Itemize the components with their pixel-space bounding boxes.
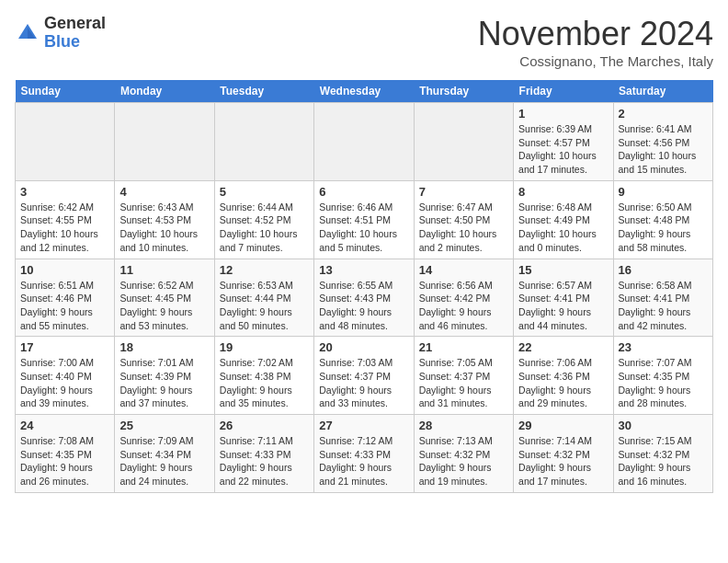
calendar-day-cell [414, 103, 513, 181]
day-info: Sunrise: 6:57 AMSunset: 4:41 PMDaylight:… [518, 279, 608, 333]
day-number: 14 [419, 263, 508, 277]
calendar-day-cell: 25Sunrise: 7:09 AMSunset: 4:34 PMDayligh… [115, 415, 214, 493]
day-number: 27 [319, 419, 408, 432]
day-number: 13 [319, 263, 408, 277]
day-number: 30 [619, 419, 708, 432]
weekday-header-row: SundayMondayTuesdayWednesdayThursdayFrid… [16, 80, 713, 103]
day-number: 16 [619, 263, 708, 277]
calendar-day-cell: 28Sunrise: 7:13 AMSunset: 4:32 PMDayligh… [414, 415, 513, 493]
day-number: 3 [20, 185, 109, 199]
day-number: 8 [518, 185, 608, 199]
day-info: Sunrise: 6:41 AMSunset: 4:56 PMDaylight:… [619, 122, 708, 177]
day-number: 21 [419, 340, 508, 354]
day-number: 15 [518, 263, 608, 277]
day-info: Sunrise: 6:51 AMSunset: 4:46 PMDaylight:… [20, 279, 109, 333]
calendar-day-cell: 24Sunrise: 7:08 AMSunset: 4:35 PMDayligh… [16, 415, 115, 493]
day-number: 23 [619, 340, 708, 354]
day-number: 20 [319, 340, 408, 354]
day-number: 7 [419, 185, 508, 199]
calendar-day-cell [314, 103, 414, 181]
calendar-day-cell: 16Sunrise: 6:58 AMSunset: 4:41 PMDayligh… [613, 259, 712, 337]
day-info: Sunrise: 7:06 AMSunset: 4:36 PMDaylight:… [518, 356, 608, 410]
weekday-header-cell: Sunday [16, 80, 115, 103]
day-number: 10 [20, 263, 109, 277]
day-info: Sunrise: 6:44 AMSunset: 4:52 PMDaylight:… [220, 201, 309, 255]
calendar-day-cell: 19Sunrise: 7:02 AMSunset: 4:38 PMDayligh… [214, 337, 313, 415]
weekday-header-cell: Friday [514, 80, 613, 103]
calendar-day-cell: 6Sunrise: 6:46 AMSunset: 4:51 PMDaylight… [314, 180, 414, 259]
calendar-day-cell: 14Sunrise: 6:56 AMSunset: 4:42 PMDayligh… [414, 259, 513, 337]
calendar-day-cell: 2Sunrise: 6:41 AMSunset: 4:56 PMDaylight… [613, 103, 712, 181]
day-info: Sunrise: 7:09 AMSunset: 4:34 PMDaylight:… [119, 434, 209, 488]
weekday-header-cell: Wednesday [314, 80, 414, 103]
calendar-week-row: 17Sunrise: 7:00 AMSunset: 4:40 PMDayligh… [16, 337, 713, 415]
day-info: Sunrise: 6:42 AMSunset: 4:55 PMDaylight:… [20, 201, 109, 255]
day-info: Sunrise: 7:02 AMSunset: 4:38 PMDaylight:… [220, 356, 309, 410]
logo-icon [15, 20, 40, 46]
calendar-day-cell: 1Sunrise: 6:39 AMSunset: 4:57 PMDaylight… [514, 103, 613, 181]
day-number: 9 [619, 185, 708, 199]
calendar-week-row: 3Sunrise: 6:42 AMSunset: 4:55 PMDaylight… [16, 180, 713, 259]
day-info: Sunrise: 6:39 AMSunset: 4:57 PMDaylight:… [518, 122, 608, 177]
calendar-day-cell: 15Sunrise: 6:57 AMSunset: 4:41 PMDayligh… [514, 259, 613, 337]
calendar-day-cell: 7Sunrise: 6:47 AMSunset: 4:50 PMDaylight… [414, 180, 513, 259]
calendar-day-cell: 29Sunrise: 7:14 AMSunset: 4:32 PMDayligh… [514, 415, 613, 493]
day-number: 28 [419, 419, 508, 432]
day-number: 18 [119, 340, 209, 354]
calendar-week-row: 1Sunrise: 6:39 AMSunset: 4:57 PMDaylight… [16, 103, 713, 181]
day-info: Sunrise: 7:13 AMSunset: 4:32 PMDaylight:… [419, 434, 508, 488]
day-info: Sunrise: 6:48 AMSunset: 4:49 PMDaylight:… [518, 201, 608, 255]
calendar-day-cell: 30Sunrise: 7:15 AMSunset: 4:32 PMDayligh… [613, 415, 712, 493]
calendar-day-cell: 9Sunrise: 6:50 AMSunset: 4:48 PMDaylight… [613, 180, 712, 259]
calendar-day-cell: 10Sunrise: 6:51 AMSunset: 4:46 PMDayligh… [16, 259, 115, 337]
day-number: 26 [220, 419, 309, 432]
day-info: Sunrise: 7:12 AMSunset: 4:33 PMDaylight:… [319, 434, 408, 488]
calendar-day-cell [214, 103, 313, 181]
day-number: 6 [319, 185, 408, 199]
day-info: Sunrise: 7:15 AMSunset: 4:32 PMDaylight:… [619, 434, 708, 488]
day-number: 29 [518, 419, 608, 432]
day-number: 17 [20, 340, 109, 354]
day-info: Sunrise: 7:08 AMSunset: 4:35 PMDaylight:… [20, 434, 109, 488]
day-number: 22 [518, 340, 608, 354]
calendar-day-cell: 27Sunrise: 7:12 AMSunset: 4:33 PMDayligh… [314, 415, 414, 493]
calendar-day-cell: 20Sunrise: 7:03 AMSunset: 4:37 PMDayligh… [314, 337, 414, 415]
calendar-week-row: 24Sunrise: 7:08 AMSunset: 4:35 PMDayligh… [16, 415, 713, 493]
weekday-header-cell: Monday [115, 80, 214, 103]
calendar-day-cell [115, 103, 214, 181]
day-info: Sunrise: 6:53 AMSunset: 4:44 PMDaylight:… [220, 279, 309, 333]
day-info: Sunrise: 6:43 AMSunset: 4:53 PMDaylight:… [119, 201, 209, 255]
day-info: Sunrise: 7:03 AMSunset: 4:37 PMDaylight:… [319, 356, 408, 410]
calendar-day-cell: 8Sunrise: 6:48 AMSunset: 4:49 PMDaylight… [514, 180, 613, 259]
day-info: Sunrise: 7:14 AMSunset: 4:32 PMDaylight:… [518, 434, 608, 488]
calendar-day-cell: 13Sunrise: 6:55 AMSunset: 4:43 PMDayligh… [314, 259, 414, 337]
day-info: Sunrise: 7:07 AMSunset: 4:35 PMDaylight:… [619, 356, 708, 410]
calendar-day-cell [16, 103, 115, 181]
day-info: Sunrise: 6:58 AMSunset: 4:41 PMDaylight:… [619, 279, 708, 333]
logo: General Blue [15, 15, 106, 52]
calendar-body: 1Sunrise: 6:39 AMSunset: 4:57 PMDaylight… [16, 103, 713, 493]
day-number: 1 [518, 107, 608, 121]
weekday-header-cell: Tuesday [214, 80, 313, 103]
day-number: 4 [119, 185, 209, 199]
weekday-header-cell: Thursday [414, 80, 513, 103]
day-info: Sunrise: 6:46 AMSunset: 4:51 PMDaylight:… [319, 201, 408, 255]
logo-blue-text: Blue [44, 32, 80, 51]
title-block: November 2024 Cossignano, The Marches, I… [478, 15, 713, 69]
day-info: Sunrise: 6:47 AMSunset: 4:50 PMDaylight:… [419, 201, 508, 255]
calendar-day-cell: 18Sunrise: 7:01 AMSunset: 4:39 PMDayligh… [115, 337, 214, 415]
page-header: General Blue November 2024 Cossignano, T… [15, 15, 713, 69]
day-number: 11 [119, 263, 209, 277]
day-number: 25 [119, 419, 209, 432]
calendar-day-cell: 22Sunrise: 7:06 AMSunset: 4:36 PMDayligh… [514, 337, 613, 415]
calendar-day-cell: 12Sunrise: 6:53 AMSunset: 4:44 PMDayligh… [214, 259, 313, 337]
location-subtitle: Cossignano, The Marches, Italy [478, 53, 713, 69]
calendar-day-cell: 26Sunrise: 7:11 AMSunset: 4:33 PMDayligh… [214, 415, 313, 493]
day-number: 2 [619, 107, 708, 121]
day-number: 12 [220, 263, 309, 277]
day-info: Sunrise: 7:01 AMSunset: 4:39 PMDaylight:… [119, 356, 209, 410]
weekday-header-cell: Saturday [613, 80, 712, 103]
day-number: 5 [220, 185, 309, 199]
calendar-day-cell: 4Sunrise: 6:43 AMSunset: 4:53 PMDaylight… [115, 180, 214, 259]
day-info: Sunrise: 6:55 AMSunset: 4:43 PMDaylight:… [319, 279, 408, 333]
